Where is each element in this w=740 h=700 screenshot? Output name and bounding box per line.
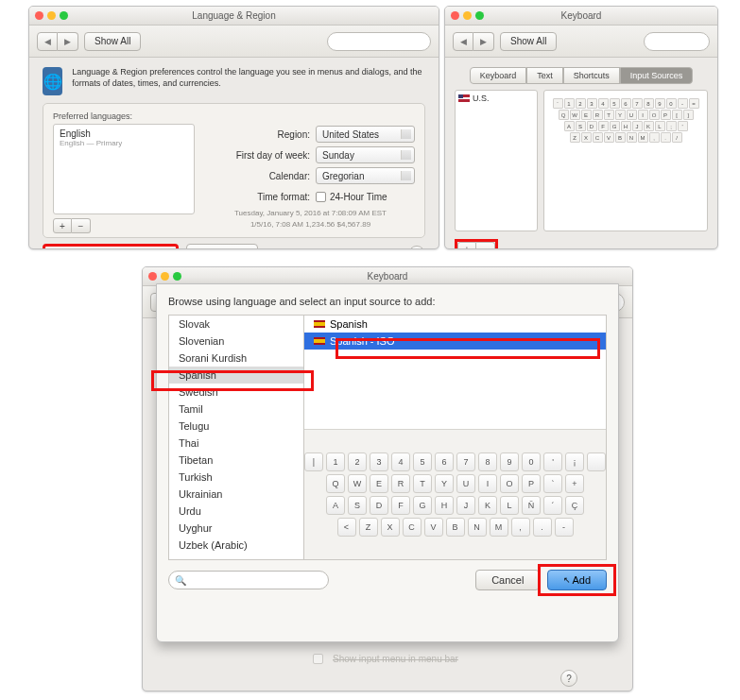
language-item[interactable]: Uzbek (Arabic): [169, 537, 303, 554]
tabs: Keyboard Text Shortcuts Input Sources: [455, 67, 708, 84]
language-item[interactable]: Swedish: [169, 384, 303, 401]
language-item[interactable]: Turkish: [169, 469, 303, 486]
key: ;: [666, 121, 677, 131]
close-icon[interactable]: [451, 11, 459, 20]
zoom-icon[interactable]: [173, 272, 181, 281]
variant-list[interactable]: SpanishSpanish - ISO: [304, 316, 606, 429]
language-item[interactable]: English English — Primary: [60, 128, 188, 147]
key: H: [621, 121, 631, 131]
key: 9: [500, 452, 519, 471]
key: 2: [576, 98, 586, 109]
24hour-checkbox[interactable]: [316, 192, 326, 202]
key: B: [615, 132, 626, 143]
key: O: [649, 110, 660, 120]
add-remove-buttons: + −: [53, 218, 195, 233]
show-all-button[interactable]: Show All: [500, 32, 557, 51]
preferred-languages-list[interactable]: English English — Primary: [53, 124, 195, 214]
keyboard-preferences-button[interactable]: Keyboard Preferences…: [43, 244, 179, 249]
language-item[interactable]: Slovak: [169, 316, 303, 333]
globe-icon: 🌐: [43, 67, 62, 95]
key: ,: [511, 518, 530, 537]
time-label: Time format:: [206, 192, 310, 202]
remove-source-button[interactable]: −: [476, 242, 495, 249]
language-list[interactable]: SlovakSlovenianSorani KurdishSpanishSwed…: [168, 315, 303, 560]
minimize-icon[interactable]: [161, 272, 169, 281]
search-input[interactable]: [644, 32, 710, 51]
firstday-label: First day of week:: [206, 150, 310, 161]
key: X: [381, 518, 400, 537]
forward-button[interactable]: ▶: [58, 32, 78, 51]
variant-item[interactable]: Spanish - ISO: [304, 333, 606, 350]
advanced-button[interactable]: Advanced…: [186, 244, 258, 249]
add-language-button[interactable]: +: [53, 218, 72, 233]
back-button[interactable]: ◀: [453, 32, 473, 51]
minimize-icon[interactable]: [463, 11, 472, 20]
forward-button[interactable]: ▶: [473, 32, 494, 51]
language-item[interactable]: Ukrainian: [169, 486, 303, 503]
key: 8: [644, 98, 654, 109]
input-source-item[interactable]: U.S.: [458, 94, 534, 103]
key: ': [678, 121, 688, 131]
description-text: Language & Region preferences control th…: [72, 67, 425, 89]
nav-buttons[interactable]: ◀ ▶: [453, 32, 494, 51]
keyboard-window-small: Keyboard ◀ ▶ Show All Keyboard Text Shor…: [444, 6, 718, 249]
titlebar: Keyboard: [445, 7, 717, 26]
sheet-search-input[interactable]: 🔍: [168, 571, 329, 589]
close-icon[interactable]: [148, 272, 157, 281]
key: F: [598, 121, 609, 131]
key: O: [500, 474, 519, 493]
help-button[interactable]: ?: [408, 246, 425, 249]
search-input[interactable]: [327, 32, 431, 51]
tab-input-sources[interactable]: Input Sources: [620, 67, 694, 84]
key: ¡: [565, 452, 584, 471]
key: K: [644, 121, 654, 131]
variant-item[interactable]: Spanish: [304, 316, 606, 333]
language-item[interactable]: Urdu: [169, 503, 303, 520]
tab-keyboard[interactable]: Keyboard: [470, 67, 527, 84]
add-source-button[interactable]: +: [457, 242, 476, 249]
key: +: [565, 474, 584, 493]
nav-buttons[interactable]: ◀ ▶: [37, 32, 78, 51]
key: L: [655, 121, 665, 131]
traffic-lights[interactable]: [35, 11, 68, 20]
remove-language-button[interactable]: −: [72, 218, 91, 233]
cancel-button[interactable]: Cancel: [475, 570, 540, 590]
key: F: [391, 496, 410, 515]
key: -: [555, 518, 574, 537]
minimize-icon[interactable]: [47, 11, 56, 20]
help-button[interactable]: ?: [560, 670, 577, 687]
tab-shortcuts[interactable]: Shortcuts: [563, 67, 620, 84]
content: 🌐 Language & Region preferences control …: [29, 58, 439, 249]
zoom-icon[interactable]: [475, 11, 484, 20]
input-source-list[interactable]: U.S.: [455, 90, 538, 231]
calendar-select[interactable]: Gregorian: [316, 167, 415, 184]
traffic-lights[interactable]: [451, 11, 484, 20]
language-item[interactable]: Telugu: [169, 418, 303, 435]
add-remove-source-buttons: + −: [455, 239, 498, 249]
back-button[interactable]: ◀: [37, 32, 58, 51]
firstday-select[interactable]: Sunday: [316, 146, 415, 163]
close-icon[interactable]: [35, 11, 43, 20]
traffic-lights[interactable]: [148, 272, 181, 281]
language-name: English: [60, 128, 188, 139]
show-all-button[interactable]: Show All: [84, 32, 141, 51]
key: S: [348, 496, 367, 515]
key: ´: [543, 496, 562, 515]
key: U: [456, 474, 475, 493]
language-item[interactable]: Sorani Kurdish: [169, 350, 303, 367]
tab-text[interactable]: Text: [526, 67, 563, 84]
language-item[interactable]: Thai: [169, 435, 303, 452]
region-select[interactable]: United States: [316, 126, 415, 143]
language-item[interactable]: Tamil: [169, 401, 303, 418]
language-item[interactable]: Slovenian: [169, 333, 303, 350]
key: Q: [326, 474, 345, 493]
keyboard-preview-large: |1234567890'¡QWERTYUIOP`+ASDFGHJKLÑ´Ç<ZX…: [304, 429, 606, 559]
language-item[interactable]: Tibetan: [169, 452, 303, 469]
zoom-icon[interactable]: [60, 11, 68, 20]
language-item[interactable]: Uyghur: [169, 520, 303, 537]
key: 7: [632, 98, 643, 109]
key: /: [672, 132, 682, 143]
key: 3: [370, 452, 388, 471]
key: 7: [456, 452, 475, 471]
language-item[interactable]: Spanish: [169, 367, 303, 384]
